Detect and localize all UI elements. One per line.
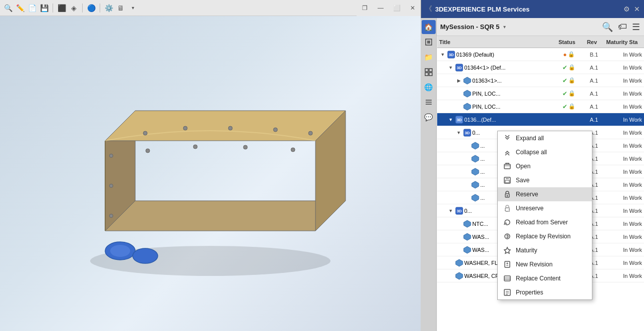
asm-icon: 3D [455, 64, 463, 72]
plm-back-icon[interactable]: 《 [425, 5, 432, 14]
row-maturity-cell: In Work [604, 104, 644, 110]
ctx-collapse-all[interactable]: Collapse all [498, 145, 592, 159]
ctx-expand-all[interactable]: Expand all [498, 131, 592, 145]
expand-icon[interactable]: ▼ [447, 116, 454, 123]
minimize-button[interactable]: — [373, 0, 389, 16]
sidebar-chat-button[interactable]: 💬 [422, 110, 436, 124]
svg-rect-21 [427, 41, 430, 44]
plm-close-icon[interactable]: ✕ [634, 5, 640, 13]
status-check-icon: ✔ [562, 64, 567, 71]
expand-icon[interactable]: ▼ [447, 207, 454, 214]
row-title-cell: PIN, LOC... [437, 103, 554, 111]
col-header-maturity: Maturity Sta [602, 39, 642, 45]
tree-row[interactable]: ▼ 3D 01364<1> (Def... ✔ 🔒 A.1 In Work [437, 61, 644, 74]
row-maturity-cell: In Work [604, 143, 644, 149]
tree-row[interactable]: ▼ 3D 01369 (Default) ● 🔒 B.1 In Work [437, 48, 644, 61]
part-icon [455, 259, 463, 267]
session-search-button[interactable]: 🔍 [602, 22, 613, 33]
session-bookmark-button[interactable]: 🏷 [618, 22, 627, 33]
svg-rect-54 [506, 177, 509, 179]
ctx-properties[interactable]: Properties [498, 285, 592, 299]
ctx-save[interactable]: Save [498, 173, 592, 187]
svg-marker-35 [464, 103, 471, 110]
lock-gray-icon: 🔒 [568, 77, 575, 84]
svg-marker-49 [464, 246, 471, 253]
lock-gray-icon: 🔒 [568, 64, 575, 71]
svg-marker-34 [464, 90, 471, 97]
expand-icon[interactable]: ▼ [439, 51, 446, 58]
row-rev-cell: A.1 [584, 78, 604, 84]
row-label: 0... [472, 130, 480, 136]
svg-marker-1 [105, 201, 346, 231]
replace-revision-icon [503, 232, 512, 241]
ctx-unreserve[interactable]: Unreserve [498, 201, 592, 215]
expand-icon [455, 90, 462, 97]
row-rev-cell: B.1 [584, 52, 604, 58]
sidebar-grid-button[interactable] [422, 65, 436, 79]
ctx-maturity-label: Maturity [516, 247, 537, 254]
sidebar-folder-button[interactable]: 📁 [422, 50, 436, 64]
ctx-open[interactable]: Open [498, 159, 592, 173]
lock-gray-icon: 🔒 [568, 103, 575, 110]
row-title-cell: PIN, LOC... [437, 90, 554, 98]
close-button[interactable]: ✕ [405, 0, 421, 16]
svg-text:3D: 3D [465, 131, 470, 135]
restore-button[interactable]: ❐ [357, 0, 373, 16]
col-header-status: Status [552, 39, 582, 45]
row-maturity-cell: In Work [604, 130, 644, 136]
cad-window-controls: ❐ — ⬜ ✕ [357, 0, 421, 16]
col-header-title: Title [439, 39, 552, 45]
3d-model-svg [65, 51, 356, 291]
toolbar-save-icon[interactable]: 💾 [39, 3, 49, 13]
tree-row-selected[interactable]: ▼ 3D 0136...(Def... A.1 In Work [437, 113, 644, 126]
session-dropdown-arrow[interactable]: ▾ [503, 24, 506, 30]
tree-row[interactable]: PIN, LOC... ✔ 🔒 A.1 In Work [437, 87, 644, 100]
row-label: ... [480, 169, 485, 175]
plm-panel: 《 3DEXPERIENCE PLM Services ⚙ ✕ 3D MySes… [421, 0, 644, 331]
toolbar-sep-2 [82, 4, 83, 13]
ctx-reload[interactable]: Reload from Server [498, 215, 592, 229]
toolbar-doc-icon[interactable]: 📄 [27, 3, 37, 13]
sidebar-globe-button[interactable]: 🌐 [422, 80, 436, 94]
ctx-replace-content[interactable]: Replace Content [498, 271, 592, 285]
tree-row[interactable]: ▶ 01363<1>... ✔ 🔒 A.1 In Work [437, 74, 644, 87]
sidebar-list-button[interactable] [422, 95, 436, 109]
part-icon [471, 181, 479, 189]
row-label: 0136...(Def... [464, 117, 496, 123]
status-check-icon: ✔ [562, 77, 567, 84]
ctx-replace-content-label: Replace Content [516, 275, 560, 282]
svg-point-15 [110, 184, 113, 187]
toolbar-settings-icon[interactable]: ⚙️ [104, 3, 114, 13]
ctx-reserve-label: Reserve [516, 191, 538, 198]
sidebar-structure-button[interactable] [422, 35, 436, 49]
row-label: WAS... [472, 247, 489, 253]
ctx-reserve[interactable]: Reserve [498, 187, 592, 201]
ctx-new-revision[interactable]: New Revision [498, 257, 592, 271]
svg-point-18 [110, 245, 130, 257]
svg-text:3D: 3D [457, 209, 462, 213]
toolbar-wireframe-icon[interactable]: ◈ [69, 3, 79, 13]
part-icon [463, 77, 471, 85]
toolbar-render-icon[interactable]: 🔵 [86, 3, 96, 13]
ctx-replace-revision[interactable]: Replace by Revision [498, 229, 592, 243]
ctx-maturity[interactable]: Maturity [498, 243, 592, 257]
part-icon [463, 246, 471, 254]
toolbar-edit-icon[interactable]: ✏️ [15, 3, 25, 13]
maximize-button[interactable]: ⬜ [389, 0, 405, 16]
expand-icon[interactable]: ▶ [455, 77, 462, 84]
svg-point-12 [243, 145, 247, 149]
toolbar-dropdown-icon[interactable]: ▾ [128, 3, 138, 13]
plm-settings-icon[interactable]: ⚙ [623, 5, 630, 13]
toolbar-display-icon[interactable]: 🖥 [116, 3, 126, 13]
expand-icon[interactable]: ▼ [447, 64, 454, 71]
expand-icon [463, 142, 470, 149]
sidebar-home-button[interactable]: 🏠 [422, 20, 436, 34]
toolbar-search-icon[interactable]: 🔍 [3, 3, 13, 13]
svg-marker-51 [456, 272, 463, 279]
toolbar-box-icon[interactable]: ⬛ [57, 3, 67, 13]
row-label: ... [480, 143, 485, 149]
tree-row[interactable]: PIN, LOC... ✔ 🔒 A.1 In Work [437, 100, 644, 113]
session-menu-button[interactable]: ☰ [632, 22, 640, 33]
unreserve-icon [503, 204, 512, 213]
expand-icon[interactable]: ▼ [455, 129, 462, 136]
